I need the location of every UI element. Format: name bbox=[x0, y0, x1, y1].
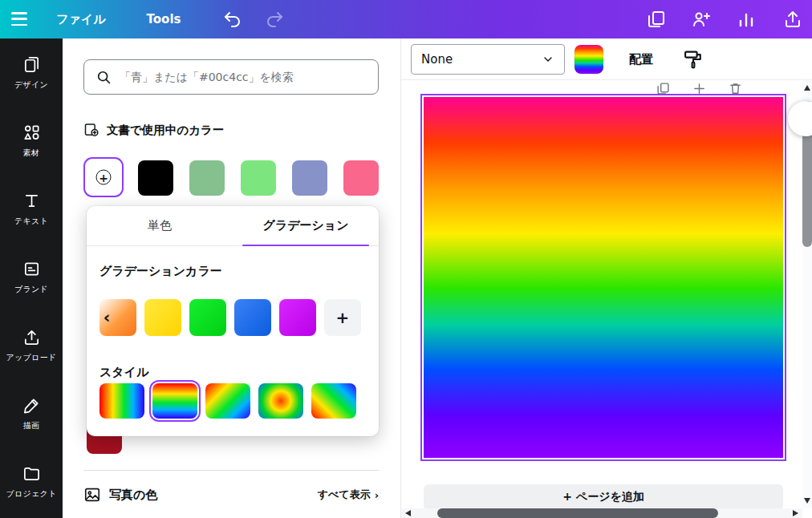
position-button[interactable]: 配置 bbox=[616, 44, 666, 75]
gradient-swatch-yellow[interactable] bbox=[144, 299, 181, 336]
tab-gradient[interactable]: グラデーション bbox=[233, 206, 379, 245]
panel-toggle-button[interactable] bbox=[788, 101, 812, 136]
sidebar-item-label: アップロード bbox=[6, 352, 57, 363]
style-linear-vertical[interactable] bbox=[152, 383, 197, 419]
horizontal-scrollbar bbox=[401, 508, 802, 518]
gradient-colors-row: ‹ + bbox=[99, 299, 366, 336]
panel-divider bbox=[83, 470, 379, 471]
tab-solid-color[interactable]: 単色 bbox=[87, 206, 233, 245]
scroll-left-icon[interactable] bbox=[405, 510, 411, 516]
insights-icon[interactable] bbox=[737, 10, 756, 29]
gradient-swatch-magenta[interactable] bbox=[279, 299, 316, 336]
chevron-down-icon bbox=[542, 53, 554, 66]
styles-title: スタイル bbox=[99, 365, 148, 380]
style-diagonal-down[interactable] bbox=[205, 383, 250, 419]
color-search-input[interactable] bbox=[120, 71, 367, 83]
border-style-value: None bbox=[421, 52, 453, 67]
doc-colors-icon bbox=[83, 122, 99, 138]
fill-color-swatch[interactable] bbox=[574, 45, 603, 74]
sidebar-item-design[interactable]: デザイン bbox=[0, 38, 63, 107]
paint-roller-icon[interactable] bbox=[682, 48, 704, 71]
tools-menu-button[interactable]: Tools bbox=[132, 0, 196, 38]
sidebar-item-projects[interactable]: プロジェクト bbox=[0, 447, 63, 516]
scroll-up-icon[interactable] bbox=[804, 85, 810, 91]
page-artboard-selected[interactable] bbox=[420, 94, 786, 461]
doc-swatch-light-green[interactable] bbox=[241, 160, 276, 196]
gradient-swatch-selected[interactable]: + bbox=[83, 157, 124, 197]
sidebar-item-label: デザイン bbox=[14, 79, 48, 91]
sidebar-item-label: テキスト bbox=[14, 216, 48, 227]
color-panel: 文書で使用中のカラー + 単色 グラデーション グラデーションカラー ‹ + bbox=[63, 38, 401, 518]
redo-icon[interactable] bbox=[265, 10, 284, 29]
style-linear-horizontal[interactable] bbox=[99, 383, 144, 419]
gradient-colors-title: グラデーションカラー bbox=[99, 264, 222, 279]
sidebar-item-label: 描画 bbox=[23, 420, 40, 431]
app-sidebar: デザイン 素材 テキスト ブランド アップロード 描画 プロジェクト bbox=[0, 38, 63, 518]
carousel-prev-icon[interactable]: ‹ bbox=[99, 306, 114, 330]
hamburger-menu-icon[interactable] bbox=[11, 12, 27, 26]
text-icon bbox=[22, 192, 41, 210]
show-all-label: すべて表示 bbox=[318, 488, 371, 502]
doc-colors-row: + bbox=[83, 157, 380, 199]
doc-colors-title: 文書で使用中のカラー bbox=[107, 123, 224, 138]
draw-icon bbox=[22, 396, 41, 415]
photo-colors-row: 写真の色 すべて表示 › bbox=[83, 481, 379, 508]
pages-icon[interactable] bbox=[647, 10, 666, 29]
scroll-down-icon[interactable] bbox=[804, 498, 810, 504]
sidebar-item-brand[interactable]: ブランド bbox=[0, 243, 63, 311]
undo-icon[interactable] bbox=[223, 10, 242, 29]
add-color-icon: + bbox=[96, 170, 112, 185]
search-icon bbox=[95, 69, 112, 85]
sidebar-item-label: 素材 bbox=[23, 148, 40, 159]
design-icon bbox=[22, 55, 41, 74]
brand-icon bbox=[22, 260, 41, 278]
add-gradient-color-button[interactable]: + bbox=[324, 299, 361, 336]
doc-swatch-pink[interactable] bbox=[343, 160, 379, 196]
scroll-right-icon[interactable] bbox=[793, 510, 798, 516]
invite-members-icon[interactable] bbox=[692, 10, 711, 29]
gradient-swatch-green[interactable] bbox=[189, 299, 226, 336]
canvas-toolbar: None 配置 bbox=[401, 38, 812, 80]
sidebar-item-draw[interactable]: 描画 bbox=[0, 379, 63, 447]
share-icon[interactable] bbox=[783, 10, 802, 29]
sidebar-item-label: ブランド bbox=[14, 284, 48, 295]
doc-swatch-slate-blue[interactable] bbox=[292, 160, 327, 196]
vertical-scrollbar bbox=[802, 80, 812, 508]
scrollbar-corner bbox=[802, 508, 812, 518]
gradient-swatch-blue[interactable] bbox=[234, 299, 271, 336]
doc-swatch-sage-green[interactable] bbox=[189, 160, 225, 196]
gradient-styles-row bbox=[99, 382, 366, 419]
file-menu-button[interactable]: ファイル bbox=[48, 0, 114, 38]
add-page-button[interactable]: + ページを追加 bbox=[424, 484, 783, 510]
projects-icon bbox=[22, 464, 41, 483]
horizontal-scrollbar-thumb[interactable] bbox=[437, 508, 718, 518]
doc-colors-header: 文書で使用中のカラー bbox=[83, 122, 224, 138]
style-radial[interactable] bbox=[258, 383, 303, 419]
sidebar-item-uploads[interactable]: アップロード bbox=[0, 311, 63, 379]
chevron-right-icon: › bbox=[375, 489, 379, 501]
show-all-button[interactable]: すべて表示 › bbox=[318, 488, 379, 502]
style-diagonal-up[interactable] bbox=[311, 383, 356, 419]
doc-swatch-black[interactable] bbox=[138, 160, 173, 196]
canvas-area: None 配置 + ページを追加 bbox=[401, 38, 812, 518]
upload-icon bbox=[22, 328, 41, 346]
sidebar-item-text[interactable]: テキスト bbox=[0, 175, 63, 243]
top-menubar: ファイル Tools bbox=[0, 0, 812, 38]
photo-icon bbox=[83, 486, 101, 504]
sidebar-item-elements[interactable]: 素材 bbox=[0, 107, 63, 175]
photo-colors-label: 写真の色 bbox=[109, 488, 157, 503]
border-style-select[interactable]: None bbox=[411, 44, 565, 75]
color-search-box bbox=[83, 59, 379, 95]
color-picker-popup: 単色 グラデーション グラデーションカラー ‹ + スタイル bbox=[87, 206, 379, 436]
sidebar-item-label: プロジェクト bbox=[6, 488, 56, 500]
elements-icon bbox=[22, 123, 41, 142]
color-picker-tabs: 単色 グラデーション bbox=[87, 206, 379, 246]
